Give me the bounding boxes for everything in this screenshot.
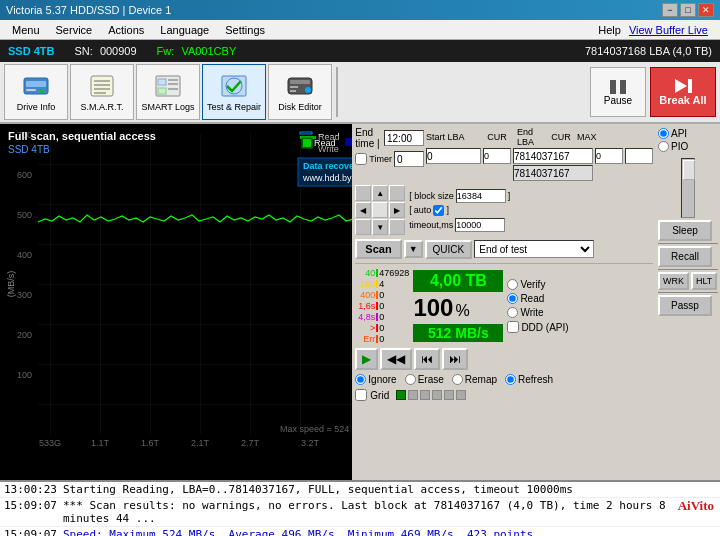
end-lba-input[interactable] [513,148,593,164]
drive-info-label: Drive Info [17,102,56,112]
tb-pct-col: 4,00 TB 100 % 512 MB/s [413,270,503,342]
dpad-down[interactable]: ▼ [372,219,388,235]
lba-headers: Start LBA CUR End LBA CUR MAX [426,127,653,147]
side-sep1 [658,243,718,244]
scrollbar-thumb[interactable] [683,160,695,180]
dpad-blocksize-row: ▲ ◀ ▶ ▼ [ block size ] [355,185,653,235]
led-6 [456,390,466,400]
led-5 [444,390,454,400]
smart-icon [86,72,118,100]
skip-next-button[interactable]: ⏭ [442,348,468,370]
led-4 [432,390,442,400]
pct-row: 100 % [413,294,469,322]
scrollbar[interactable] [681,158,695,218]
sn-value: 000909 [100,45,137,57]
bar-row-1s6: 1,6s 0 [355,301,409,311]
quick-button[interactable]: QUICK [425,240,473,259]
play-button[interactable]: ▶ [355,348,378,370]
speed-bars: 40 476928 160 4 400 0 1 [355,268,409,344]
passp-button[interactable]: Passp [658,295,712,316]
menu-help[interactable]: Help [590,20,629,40]
refresh-radio[interactable] [505,374,516,385]
right-controls: End time | Timer Start LBA CUR End LBA [352,124,656,480]
scan-dropdown-arrow[interactable]: ▼ [404,240,423,258]
log-row-1: 13:00:23 Starting Reading, LBA=0..781403… [0,482,720,498]
menu-menu[interactable]: Menu [4,20,48,40]
svg-text:400: 400 [17,250,32,260]
dpad-left[interactable]: ◀ [355,202,371,218]
timer-input[interactable] [394,151,424,167]
bar-value-160: 4 [379,279,384,289]
rewind-button[interactable]: ◀◀ [380,348,412,370]
pause-button[interactable]: Pause [590,67,646,117]
drive-info-button[interactable]: Drive Info [4,64,68,120]
timer-checkbox[interactable] [355,153,367,165]
ignore-radio[interactable] [355,374,366,385]
ddd-checkbox[interactable] [507,321,519,333]
minimize-button[interactable]: − [662,3,678,17]
separator1 [355,263,653,264]
hlt-button[interactable]: HLT [691,272,717,290]
maximize-button[interactable]: □ [680,3,696,17]
dpad-nw [355,185,371,201]
bar-row-err: Err 0 [355,334,409,344]
right-panel: End time | Timer Start LBA CUR End LBA [352,124,720,480]
grid-checkbox[interactable] [355,389,367,401]
end-lba-max[interactable] [625,148,653,164]
svg-text:600: 600 [17,170,32,180]
menu-actions[interactable]: Actions [100,20,152,40]
sleep-button[interactable]: Sleep [658,220,712,241]
block-size-input[interactable] [456,189,506,203]
lba-inputs-row1 [426,148,653,164]
start-lba-input[interactable] [426,148,481,164]
auto-checkbox[interactable] [433,205,444,216]
remap-radio[interactable] [452,374,463,385]
dpad-up[interactable]: ▲ [372,185,388,201]
title-bar-controls: − □ ✕ [662,3,714,17]
pio-row: PIO [658,141,718,152]
view-buffer-link[interactable]: View Buffer Live [629,24,716,36]
api-radio[interactable] [658,128,669,139]
bar-indicator-400 [376,291,378,299]
app-title: Victoria 5.37 HDD/SSD | Device 1 [6,4,171,16]
end-of-test-select[interactable]: End of test End of LBA End of disk Cance… [474,240,594,258]
write-radio[interactable] [507,307,518,318]
read-radio[interactable] [507,293,518,304]
timeout-input[interactable] [455,218,505,232]
svg-text:1.6T: 1.6T [141,438,160,448]
close-button[interactable]: ✕ [698,3,714,17]
smart-logs-button[interactable]: SMART Logs [136,64,200,120]
lba-cur-display[interactable] [513,165,593,181]
cur-header: CUR [483,132,511,142]
grid-section: Grid [355,389,653,401]
disk-editor-button[interactable]: Disk Editor [268,64,332,120]
bar-value-1s6: 0 [379,301,384,311]
svg-rect-53 [345,138,352,146]
erase-radio[interactable] [405,374,416,385]
disk-editor-icon [284,72,316,100]
display-row: 40 476928 160 4 400 0 1 [355,268,653,344]
start-lba-cur[interactable] [483,148,511,164]
end-lba-cur[interactable] [595,148,623,164]
recall-button[interactable]: Recall [658,246,712,267]
wrk-button[interactable]: WRK [658,272,689,290]
menu-language[interactable]: Language [152,20,217,40]
test-repair-button[interactable]: Test & Repair [202,64,266,120]
dpad-right[interactable]: ▶ [389,202,405,218]
skip-prev-button[interactable]: ⏮ [414,348,440,370]
verify-radio[interactable] [507,279,518,290]
scan-button[interactable]: Scan [355,239,401,259]
end-lba-header: End LBA [517,127,545,147]
bar-label-err: Err [355,334,375,344]
graph-title: Full scan, sequential access [8,130,156,142]
break-all-button[interactable]: Break All [650,67,716,117]
menu-settings[interactable]: Settings [217,20,273,40]
svg-point-21 [305,87,311,93]
menu-service[interactable]: Service [48,20,101,40]
bar-row-40: 40 476928 [355,268,409,278]
pio-radio[interactable] [658,141,669,152]
smart-button[interactable]: S.M.A.R.T. [70,64,134,120]
end-time-input[interactable] [384,130,424,146]
svg-text:100: 100 [17,370,32,380]
svg-text:200: 200 [17,330,32,340]
